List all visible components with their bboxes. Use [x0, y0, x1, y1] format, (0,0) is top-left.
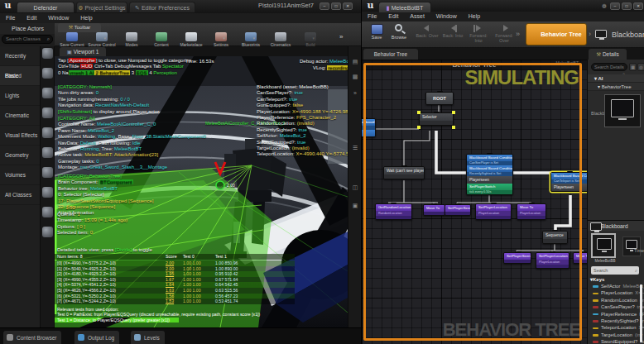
bt-node[interactable]: SetPlayerSeen?	[445, 204, 471, 216]
tab-editor-preferences[interactable]: ✎ Editor Preferences	[129, 2, 195, 12]
maximize-button[interactable]: □	[331, 2, 341, 10]
step-back-over[interactable]: Back: Over	[415, 24, 440, 38]
step-back-into[interactable]: Back: Into	[440, 24, 465, 38]
close-button[interactable]: ✕	[343, 2, 353, 10]
blackboard-key-playerlocation[interactable]: PlayerLocationX=--	[593, 289, 644, 296]
toolbar-blueprints[interactable]: ▾ Blueprints	[237, 32, 265, 47]
bt-node[interactable]: Blackboard	[362, 118, 376, 137]
toolbar-content[interactable]: Content	[147, 32, 175, 47]
minimize-button[interactable]: –	[610, 2, 620, 10]
bt-node[interactable]: SetPlayerLocationPlayerLocation	[475, 203, 512, 220]
bt-node[interactable]: Move To	[573, 252, 587, 264]
blackboard-asset-tile[interactable]	[591, 233, 616, 258]
bt-node[interactable]: ROOT	[425, 92, 454, 105]
category-cinematic[interactable]: Cinematic	[0, 106, 40, 126]
menu-help[interactable]: Help	[74, 13, 98, 23]
close-button[interactable]: ✕	[633, 2, 643, 10]
category-lights[interactable]: Lights	[0, 86, 40, 106]
menu-window[interactable]: Window	[42, 13, 74, 23]
blackboard-key-playerreference[interactable]: PlayerReferenceFP	[593, 311, 644, 318]
blackboard-key-swordequipped[interactable]: SwordEquipped?fal	[593, 338, 644, 344]
bt-node[interactable]: Blackboard Based ConditionCanSeePlayer i…	[466, 154, 513, 195]
behavior-tree-mode-button[interactable]: Behavior Tree	[526, 23, 587, 45]
toolbar-source-control[interactable]: ▾ Source Control	[88, 32, 116, 47]
menu-file[interactable]: File	[362, 12, 382, 22]
minimize-button[interactable]: –	[320, 2, 329, 10]
actor-thumbnail[interactable]	[42, 88, 53, 98]
actor-thumbnail[interactable]	[42, 167, 53, 178]
toolbar-settings[interactable]: ▾ Settings	[207, 32, 235, 47]
blackboard-search-input[interactable]: Search⌕	[591, 266, 639, 275]
toolbar-cinematics[interactable]: ▾ Cinematics	[267, 32, 295, 47]
toolbar-save-current[interactable]: Save Current	[58, 32, 86, 47]
bt-node[interactable]: SetPlayerLocationPlayerLocation	[536, 252, 570, 269]
doc-tab-behavior-tree[interactable]: Behavior Tree	[363, 49, 418, 60]
details-filter-icon[interactable]: ▦	[629, 63, 637, 71]
menu-edit[interactable]: Edit	[21, 13, 42, 23]
bt-node[interactable]: Wait (can't see player)	[383, 166, 425, 179]
behavior-tree-graph[interactable]: Behavior Tree MeleeBotBT SIMULATING BEHA…	[362, 60, 587, 344]
blackboard-second-tile[interactable]	[622, 236, 641, 256]
toolbar-modes[interactable]: ▾ Modes	[118, 32, 146, 47]
category-all-classes[interactable]: All Classes	[0, 185, 40, 205]
bt-node[interactable]: Sequence	[542, 231, 568, 244]
category-visual-effects[interactable]: Visual Effects	[0, 126, 40, 146]
toolbar-overflow-icon[interactable]: »	[339, 33, 343, 41]
toolbar-overflow-icon[interactable]: »	[516, 30, 520, 38]
panel-icon-2[interactable]: ▩	[351, 73, 359, 80]
actor-thumbnail[interactable]	[42, 48, 53, 59]
step-forward-into[interactable]: Forward: Into	[466, 24, 491, 43]
panel-icon-3[interactable]: ☰	[351, 144, 359, 151]
bt-node[interactable]: GetRandomLocationRandomLocation	[375, 203, 412, 220]
toolbar-marketplace[interactable]: Marketplace	[177, 32, 205, 47]
bottom-tab-levels[interactable]: Levels	[131, 331, 165, 344]
blackboard-key-targetlocation[interactable]: TargetLocation(inv	[593, 332, 642, 338]
menu-window[interactable]: Window	[430, 12, 463, 22]
blackboard-key-recentlysighted[interactable]: RecentlySighted?tr	[593, 318, 644, 324]
details-search-input[interactable]: Search Details⌕	[591, 63, 627, 71]
details-category-ai[interactable]: ▾ AI	[588, 74, 644, 83]
category-geometry[interactable]: Geometry	[0, 146, 40, 165]
blackboard-mode-button[interactable]: Blackboard	[595, 28, 642, 41]
toolbar-build[interactable]: ▾ Build	[296, 32, 324, 47]
save-button[interactable]: Save	[367, 24, 387, 40]
tab-level[interactable]: Defender	[17, 2, 74, 12]
bottom-tab-output-log[interactable]: Output Log	[74, 331, 119, 344]
menu-asset[interactable]: Asset	[404, 12, 430, 22]
viewport[interactable]: Tap [Apostrophe] to close, use Numpad to…	[55, 56, 348, 327]
blackboard-asset-thumbnail[interactable]	[604, 94, 641, 127]
actor-thumbnail[interactable]	[42, 68, 53, 79]
blackboard-key-canseeplayer[interactable]: CanSeePlayer?true	[593, 303, 644, 310]
blackboard-panel-header[interactable]: Blackboard	[588, 220, 644, 231]
actor-thumbnail[interactable]	[42, 207, 53, 217]
bt-node[interactable]: Move To	[423, 204, 445, 216]
details-eye-icon[interactable]: ◎	[637, 63, 644, 71]
category-recently-placed[interactable]: Recently Placed	[0, 46, 40, 66]
toolbar-tab[interactable]: ⚒ Toolbar	[58, 23, 101, 32]
step-forward-over[interactable]: Forward: Over	[492, 24, 517, 43]
category-volumes[interactable]: Volumes	[0, 165, 40, 185]
bt-node[interactable]: Move ToPlayerLocation	[517, 203, 546, 220]
tab-project-settings[interactable]: ⚙ Project Settings	[76, 2, 127, 12]
panel-icon-5[interactable]: ▣	[351, 202, 359, 209]
blackboard-key-selfactor[interactable]: SelfActorMeleeBot_	[593, 283, 644, 289]
details-row-behavior-tree[interactable]: ▾ BehaviorTree	[588, 83, 644, 91]
details-tab[interactable]: ⚒ Details	[589, 49, 627, 60]
place-actors-search-input[interactable]: Search Classes⌕	[2, 35, 53, 44]
bt-node[interactable]: Blackboard Based ConCanTeleport is SetPl…	[550, 172, 587, 192]
menu-edit[interactable]: Edit	[382, 12, 404, 22]
actor-thumbnail[interactable]	[42, 108, 53, 118]
bt-node[interactable]: SetPlayerSeen?	[503, 252, 531, 264]
browse-button[interactable]: Browse	[388, 24, 410, 40]
blackboard-key-randomlocation[interactable]: RandomLocation(in	[593, 297, 644, 303]
blackboard-key-teleportlocation[interactable]: TeleportLocationX=	[593, 324, 644, 331]
panel-icon-1[interactable]: ▤	[351, 58, 359, 65]
panel-icon-4[interactable]: ◫	[351, 184, 359, 191]
bottom-tab-content-browser[interactable]: Content Browser	[3, 331, 61, 344]
actor-thumbnail[interactable]	[42, 227, 53, 237]
bt-node[interactable]: Selector	[419, 112, 454, 126]
actor-thumbnail[interactable]	[42, 147, 53, 158]
menu-help[interactable]: Help	[463, 12, 486, 22]
keys-scrollbar[interactable]	[640, 284, 642, 342]
menu-file[interactable]: File	[0, 13, 21, 23]
